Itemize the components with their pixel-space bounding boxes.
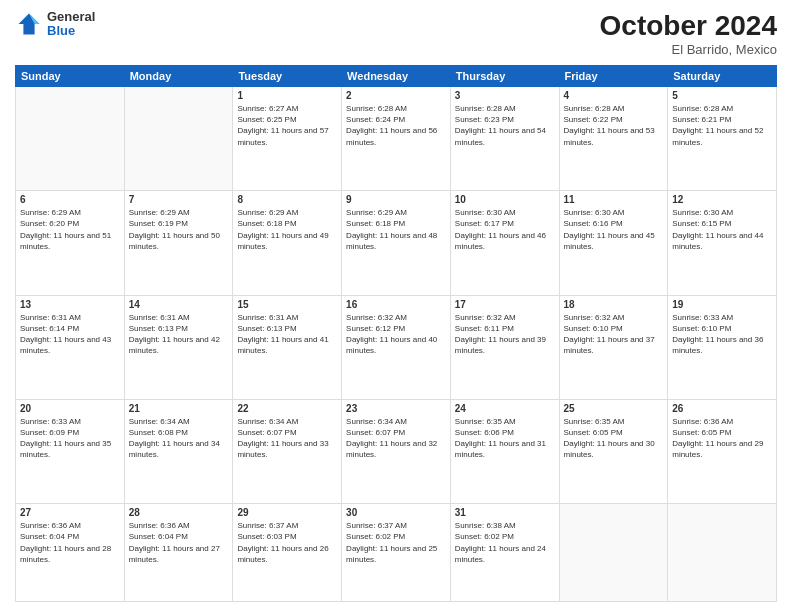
day-number: 26 (672, 403, 772, 414)
day-info: Sunrise: 6:29 AM Sunset: 6:20 PM Dayligh… (20, 207, 120, 252)
day-number: 8 (237, 194, 337, 205)
calendar-header: SundayMondayTuesdayWednesdayThursdayFrid… (16, 66, 777, 87)
weekday-header: Friday (559, 66, 668, 87)
calendar-week: 27Sunrise: 6:36 AM Sunset: 6:04 PM Dayli… (16, 504, 777, 602)
day-info: Sunrise: 6:32 AM Sunset: 6:11 PM Dayligh… (455, 312, 555, 357)
day-info: Sunrise: 6:36 AM Sunset: 6:04 PM Dayligh… (20, 520, 120, 565)
day-info: Sunrise: 6:33 AM Sunset: 6:10 PM Dayligh… (672, 312, 772, 357)
calendar-body: 1Sunrise: 6:27 AM Sunset: 6:25 PM Daylig… (16, 87, 777, 602)
calendar-cell: 17Sunrise: 6:32 AM Sunset: 6:11 PM Dayli… (450, 295, 559, 399)
weekday-header: Tuesday (233, 66, 342, 87)
calendar-cell: 27Sunrise: 6:36 AM Sunset: 6:04 PM Dayli… (16, 504, 125, 602)
day-info: Sunrise: 6:34 AM Sunset: 6:08 PM Dayligh… (129, 416, 229, 461)
day-info: Sunrise: 6:29 AM Sunset: 6:18 PM Dayligh… (237, 207, 337, 252)
calendar-cell: 24Sunrise: 6:35 AM Sunset: 6:06 PM Dayli… (450, 399, 559, 503)
day-number: 24 (455, 403, 555, 414)
location: El Barrido, Mexico (600, 42, 777, 57)
day-number: 25 (564, 403, 664, 414)
day-info: Sunrise: 6:34 AM Sunset: 6:07 PM Dayligh… (237, 416, 337, 461)
day-info: Sunrise: 6:32 AM Sunset: 6:10 PM Dayligh… (564, 312, 664, 357)
day-info: Sunrise: 6:32 AM Sunset: 6:12 PM Dayligh… (346, 312, 446, 357)
calendar-cell (16, 87, 125, 191)
calendar-cell: 13Sunrise: 6:31 AM Sunset: 6:14 PM Dayli… (16, 295, 125, 399)
weekday-header: Sunday (16, 66, 125, 87)
calendar-cell: 4Sunrise: 6:28 AM Sunset: 6:22 PM Daylig… (559, 87, 668, 191)
day-number: 7 (129, 194, 229, 205)
calendar-cell: 1Sunrise: 6:27 AM Sunset: 6:25 PM Daylig… (233, 87, 342, 191)
day-number: 30 (346, 507, 446, 518)
calendar-cell: 18Sunrise: 6:32 AM Sunset: 6:10 PM Dayli… (559, 295, 668, 399)
calendar-cell: 20Sunrise: 6:33 AM Sunset: 6:09 PM Dayli… (16, 399, 125, 503)
calendar-cell: 9Sunrise: 6:29 AM Sunset: 6:18 PM Daylig… (342, 191, 451, 295)
calendar: SundayMondayTuesdayWednesdayThursdayFrid… (15, 65, 777, 602)
calendar-week: 20Sunrise: 6:33 AM Sunset: 6:09 PM Dayli… (16, 399, 777, 503)
day-info: Sunrise: 6:30 AM Sunset: 6:17 PM Dayligh… (455, 207, 555, 252)
calendar-cell: 6Sunrise: 6:29 AM Sunset: 6:20 PM Daylig… (16, 191, 125, 295)
day-number: 19 (672, 299, 772, 310)
day-number: 1 (237, 90, 337, 101)
calendar-cell: 14Sunrise: 6:31 AM Sunset: 6:13 PM Dayli… (124, 295, 233, 399)
day-number: 4 (564, 90, 664, 101)
calendar-cell: 25Sunrise: 6:35 AM Sunset: 6:05 PM Dayli… (559, 399, 668, 503)
day-info: Sunrise: 6:28 AM Sunset: 6:22 PM Dayligh… (564, 103, 664, 148)
day-number: 29 (237, 507, 337, 518)
day-number: 31 (455, 507, 555, 518)
day-info: Sunrise: 6:35 AM Sunset: 6:05 PM Dayligh… (564, 416, 664, 461)
day-number: 18 (564, 299, 664, 310)
calendar-cell: 26Sunrise: 6:36 AM Sunset: 6:05 PM Dayli… (668, 399, 777, 503)
calendar-cell (559, 504, 668, 602)
calendar-cell: 2Sunrise: 6:28 AM Sunset: 6:24 PM Daylig… (342, 87, 451, 191)
calendar-cell: 31Sunrise: 6:38 AM Sunset: 6:02 PM Dayli… (450, 504, 559, 602)
calendar-cell: 29Sunrise: 6:37 AM Sunset: 6:03 PM Dayli… (233, 504, 342, 602)
day-number: 16 (346, 299, 446, 310)
day-info: Sunrise: 6:28 AM Sunset: 6:23 PM Dayligh… (455, 103, 555, 148)
weekday-header: Wednesday (342, 66, 451, 87)
day-number: 15 (237, 299, 337, 310)
day-number: 21 (129, 403, 229, 414)
calendar-cell: 28Sunrise: 6:36 AM Sunset: 6:04 PM Dayli… (124, 504, 233, 602)
day-info: Sunrise: 6:30 AM Sunset: 6:16 PM Dayligh… (564, 207, 664, 252)
calendar-cell: 8Sunrise: 6:29 AM Sunset: 6:18 PM Daylig… (233, 191, 342, 295)
calendar-cell: 7Sunrise: 6:29 AM Sunset: 6:19 PM Daylig… (124, 191, 233, 295)
day-info: Sunrise: 6:37 AM Sunset: 6:02 PM Dayligh… (346, 520, 446, 565)
logo-general: General (47, 10, 95, 24)
day-info: Sunrise: 6:36 AM Sunset: 6:05 PM Dayligh… (672, 416, 772, 461)
calendar-cell: 16Sunrise: 6:32 AM Sunset: 6:12 PM Dayli… (342, 295, 451, 399)
day-info: Sunrise: 6:31 AM Sunset: 6:13 PM Dayligh… (237, 312, 337, 357)
calendar-cell: 19Sunrise: 6:33 AM Sunset: 6:10 PM Dayli… (668, 295, 777, 399)
day-info: Sunrise: 6:38 AM Sunset: 6:02 PM Dayligh… (455, 520, 555, 565)
calendar-week: 13Sunrise: 6:31 AM Sunset: 6:14 PM Dayli… (16, 295, 777, 399)
logo-blue: Blue (47, 24, 95, 38)
header: General Blue October 2024 El Barrido, Me… (15, 10, 777, 57)
day-number: 20 (20, 403, 120, 414)
day-info: Sunrise: 6:37 AM Sunset: 6:03 PM Dayligh… (237, 520, 337, 565)
calendar-cell (668, 504, 777, 602)
day-info: Sunrise: 6:36 AM Sunset: 6:04 PM Dayligh… (129, 520, 229, 565)
day-number: 3 (455, 90, 555, 101)
day-info: Sunrise: 6:30 AM Sunset: 6:15 PM Dayligh… (672, 207, 772, 252)
day-number: 22 (237, 403, 337, 414)
calendar-cell: 3Sunrise: 6:28 AM Sunset: 6:23 PM Daylig… (450, 87, 559, 191)
day-info: Sunrise: 6:34 AM Sunset: 6:07 PM Dayligh… (346, 416, 446, 461)
day-info: Sunrise: 6:31 AM Sunset: 6:14 PM Dayligh… (20, 312, 120, 357)
day-number: 5 (672, 90, 772, 101)
calendar-week: 6Sunrise: 6:29 AM Sunset: 6:20 PM Daylig… (16, 191, 777, 295)
day-number: 2 (346, 90, 446, 101)
day-number: 23 (346, 403, 446, 414)
day-number: 27 (20, 507, 120, 518)
calendar-cell: 23Sunrise: 6:34 AM Sunset: 6:07 PM Dayli… (342, 399, 451, 503)
day-info: Sunrise: 6:28 AM Sunset: 6:24 PM Dayligh… (346, 103, 446, 148)
day-info: Sunrise: 6:28 AM Sunset: 6:21 PM Dayligh… (672, 103, 772, 148)
day-info: Sunrise: 6:31 AM Sunset: 6:13 PM Dayligh… (129, 312, 229, 357)
day-number: 11 (564, 194, 664, 205)
weekday-header: Thursday (450, 66, 559, 87)
page: General Blue October 2024 El Barrido, Me… (0, 0, 792, 612)
logo: General Blue (15, 10, 95, 39)
calendar-cell: 22Sunrise: 6:34 AM Sunset: 6:07 PM Dayli… (233, 399, 342, 503)
logo-text: General Blue (47, 10, 95, 39)
calendar-cell: 12Sunrise: 6:30 AM Sunset: 6:15 PM Dayli… (668, 191, 777, 295)
calendar-cell (124, 87, 233, 191)
day-number: 13 (20, 299, 120, 310)
day-number: 12 (672, 194, 772, 205)
day-info: Sunrise: 6:27 AM Sunset: 6:25 PM Dayligh… (237, 103, 337, 148)
